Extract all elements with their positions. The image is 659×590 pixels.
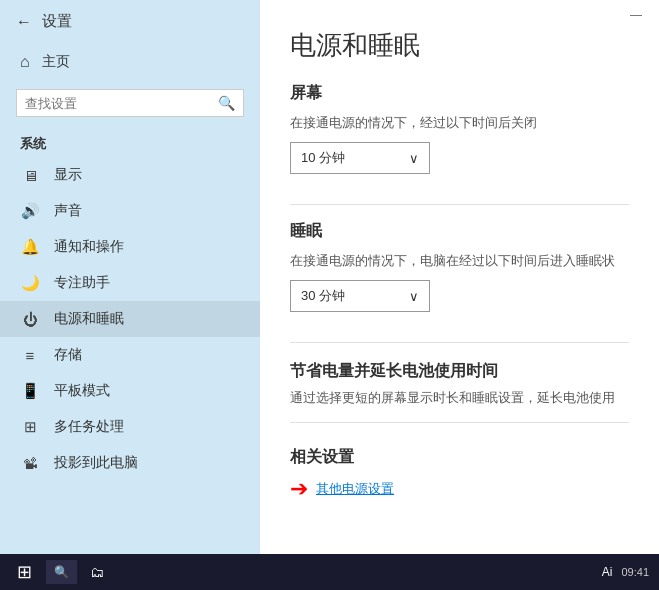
sleep-dropdown-value: 30 分钟 <box>301 287 345 305</box>
sidebar-item-notify[interactable]: 🔔 通知和操作 <box>0 229 260 265</box>
screen-description: 在接通电源的情况下，经过以下时间后关闭 <box>290 114 629 132</box>
sidebar-item-power-label: 电源和睡眠 <box>54 310 124 328</box>
minimize-button[interactable]: — <box>613 0 659 30</box>
divider-2 <box>290 342 629 343</box>
sidebar-item-focus[interactable]: 🌙 专注助手 <box>0 265 260 301</box>
sidebar-home-item[interactable]: ⌂ 主页 <box>0 43 260 81</box>
sidebar-item-sound-label: 声音 <box>54 202 82 220</box>
taskbar-search[interactable]: 🔍 <box>46 560 77 584</box>
screen-dropdown-arrow: ∨ <box>409 151 419 166</box>
focus-icon: 🌙 <box>20 274 40 292</box>
back-icon[interactable]: ← <box>16 13 32 31</box>
multitask-icon: ⊞ <box>20 418 40 436</box>
sidebar-item-storage-label: 存储 <box>54 346 82 364</box>
sidebar-item-tablet[interactable]: 📱 平板模式 <box>0 373 260 409</box>
sidebar-item-notify-label: 通知和操作 <box>54 238 124 256</box>
sleep-description: 在接通电源的情况下，电脑在经过以下时间后进入睡眠状 <box>290 252 629 270</box>
main-content: — 电源和睡眠 屏幕 在接通电源的情况下，经过以下时间后关闭 10 分钟 ∨ 睡… <box>260 0 659 590</box>
sidebar-item-focus-label: 专注助手 <box>54 274 110 292</box>
taskbar-icon-1: 🗂 <box>90 564 104 580</box>
arrow-indicator: ➔ <box>290 478 308 500</box>
search-icon: 🔍 <box>218 95 235 111</box>
taskbar-time: 09:41 <box>621 566 649 578</box>
sleep-heading: 睡眠 <box>290 221 629 242</box>
sleep-section: 睡眠 在接通电源的情况下，电脑在经过以下时间后进入睡眠状 30 分钟 ∨ <box>290 221 629 328</box>
start-icon: ⊞ <box>17 561 32 583</box>
screen-dropdown[interactable]: 10 分钟 ∨ <box>290 142 430 174</box>
energy-title: 节省电量并延长电池使用时间 <box>290 361 629 382</box>
sidebar-item-multitask[interactable]: ⊞ 多任务处理 <box>0 409 260 445</box>
start-button[interactable]: ⊞ <box>4 554 44 590</box>
display-icon: 🖥 <box>20 167 40 184</box>
sidebar-item-project-label: 投影到此电脑 <box>54 454 138 472</box>
taskbar-ai-label: Ai <box>597 563 618 581</box>
screen-section: 屏幕 在接通电源的情况下，经过以下时间后关闭 10 分钟 ∨ <box>290 83 629 190</box>
divider-1 <box>290 204 629 205</box>
sidebar-item-multitask-label: 多任务处理 <box>54 418 124 436</box>
section-label: 系统 <box>0 125 260 157</box>
taskbar-tray: Ai 09:41 <box>597 563 655 581</box>
sleep-dropdown[interactable]: 30 分钟 ∨ <box>290 280 430 312</box>
related-link-wrapper: ➔ 其他电源设置 <box>290 478 629 500</box>
sidebar-header[interactable]: ← 设置 <box>0 0 260 43</box>
sidebar-item-display[interactable]: 🖥 显示 <box>0 157 260 193</box>
related-section: 相关设置 ➔ 其他电源设置 <box>290 447 629 500</box>
sidebar-title: 设置 <box>42 12 72 31</box>
window-controls: — <box>613 0 659 30</box>
screen-heading: 屏幕 <box>290 83 629 104</box>
notify-icon: 🔔 <box>20 238 40 256</box>
sidebar-item-tablet-label: 平板模式 <box>54 382 110 400</box>
search-box[interactable]: 🔍 <box>16 89 244 117</box>
sidebar: ← 设置 ⌂ 主页 🔍 系统 🖥 显示 🔊 声音 🔔 通知和操作 🌙 专注助手 … <box>0 0 260 590</box>
related-title: 相关设置 <box>290 447 629 468</box>
other-power-settings-link[interactable]: 其他电源设置 <box>316 480 394 498</box>
page-title: 电源和睡眠 <box>290 28 629 63</box>
sidebar-item-power[interactable]: ⏻ 电源和睡眠 <box>0 301 260 337</box>
home-label: 主页 <box>42 53 70 71</box>
sound-icon: 🔊 <box>20 202 40 220</box>
divider-3 <box>290 422 629 423</box>
energy-section: 节省电量并延长电池使用时间 通过选择更短的屏幕显示时长和睡眠设置，延长电池使用 <box>290 361 629 408</box>
taskbar: ⊞ 🔍 🗂 Ai 09:41 <box>0 554 659 590</box>
sleep-dropdown-arrow: ∨ <box>409 289 419 304</box>
taskbar-search-icon: 🔍 <box>54 565 69 579</box>
project-icon: 📽 <box>20 455 40 472</box>
search-input[interactable] <box>25 96 212 111</box>
storage-icon: ≡ <box>20 347 40 364</box>
energy-description: 通过选择更短的屏幕显示时长和睡眠设置，延长电池使用 <box>290 388 629 408</box>
sidebar-item-project[interactable]: 📽 投影到此电脑 <box>0 445 260 481</box>
taskbar-item-1[interactable]: 🗂 <box>77 554 117 590</box>
sidebar-item-display-label: 显示 <box>54 166 82 184</box>
screen-dropdown-value: 10 分钟 <box>301 149 345 167</box>
tablet-icon: 📱 <box>20 382 40 400</box>
sidebar-item-storage[interactable]: ≡ 存储 <box>0 337 260 373</box>
home-icon: ⌂ <box>20 53 30 71</box>
sidebar-item-sound[interactable]: 🔊 声音 <box>0 193 260 229</box>
power-icon: ⏻ <box>20 311 40 328</box>
